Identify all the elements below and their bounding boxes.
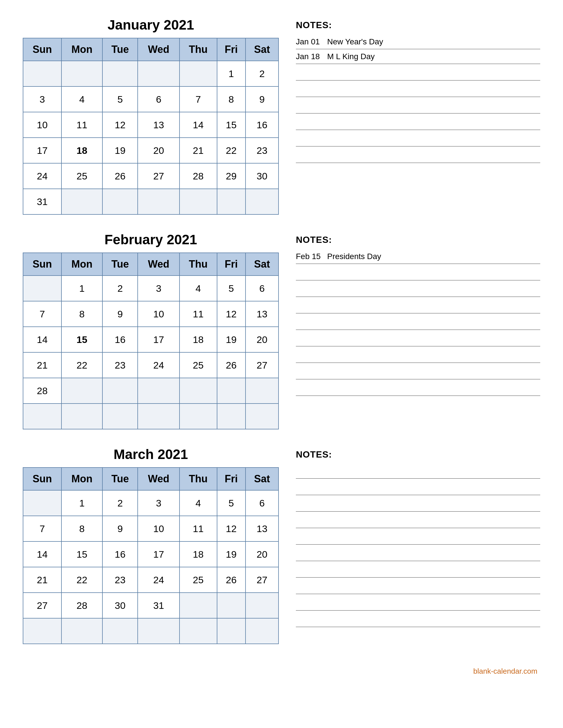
calendar-table-0: SunMonTueWedThuFriSat1234567891011121314… — [23, 38, 279, 215]
day-cell-1-1-3: 10 — [138, 301, 179, 327]
day-cell-2-3-5: 26 — [217, 567, 245, 593]
notes-entry-date-0-1: Jan 18 — [296, 52, 327, 61]
day-cell-1-0-6: 6 — [245, 276, 278, 301]
col-header-Thu: Thu — [179, 468, 217, 490]
day-cell-2-3-6: 27 — [245, 567, 278, 593]
notes-entry-text-0-0: New Year's Day — [327, 37, 383, 46]
month-title-1: February 2021 — [23, 232, 279, 247]
day-cell-0-1-4: 7 — [179, 86, 217, 112]
day-cell-0-3-2: 19 — [102, 138, 138, 163]
notes-entry-1-0: Feb 15Presidents Day — [296, 249, 540, 264]
week-row-2-1: 78910111213 — [23, 516, 278, 541]
day-cell-0-5-3 — [138, 189, 179, 214]
calendar-block-0: January 2021SunMonTueWedThuFriSat1234567… — [23, 17, 279, 215]
day-cell-1-1-6: 13 — [245, 301, 278, 327]
month-title-2: March 2021 — [23, 446, 279, 462]
calendar-table-1: SunMonTueWedThuFriSat1234567891011121314… — [23, 253, 279, 429]
day-cell-1-1-1: 8 — [61, 301, 102, 327]
col-header-Mon: Mon — [61, 253, 102, 276]
day-cell-2-0-2: 2 — [102, 490, 138, 516]
notes-blank-2-2 — [296, 497, 540, 512]
col-header-Thu: Thu — [179, 38, 217, 61]
day-cell-0-3-0: 17 — [23, 138, 61, 163]
day-cell-0-4-0: 24 — [23, 163, 61, 189]
day-cell-1-5-5 — [217, 404, 245, 429]
col-header-Sun: Sun — [23, 253, 61, 276]
notes-blank-0-5 — [296, 148, 540, 163]
notes-blank-0-0 — [296, 66, 540, 80]
day-cell-0-0-0 — [23, 61, 61, 86]
col-header-Sun: Sun — [23, 38, 61, 61]
day-cell-0-3-3: 20 — [138, 138, 179, 163]
notes-blank-0-2 — [296, 99, 540, 113]
month-section-0: January 2021SunMonTueWedThuFriSat1234567… — [23, 17, 540, 215]
day-cell-1-3-2: 23 — [102, 352, 138, 378]
notes-blank-2-1 — [296, 480, 540, 495]
day-cell-1-3-4: 25 — [179, 352, 217, 378]
day-cell-2-0-4: 4 — [179, 490, 217, 516]
day-cell-0-3-5: 22 — [217, 138, 245, 163]
day-cell-0-0-2 — [102, 61, 138, 86]
week-row-1-3: 21222324252627 — [23, 352, 278, 378]
notes-blank-2-8 — [296, 596, 540, 611]
notes-blank-2-5 — [296, 546, 540, 561]
calendar-block-1: February 2021SunMonTueWedThuFriSat123456… — [23, 232, 279, 429]
day-cell-0-0-4 — [179, 61, 217, 86]
day-cell-2-2-2: 16 — [102, 541, 138, 567]
day-cell-1-5-6 — [245, 404, 278, 429]
week-row-2-5 — [23, 618, 278, 644]
day-cell-2-1-3: 10 — [138, 516, 179, 541]
day-cell-0-2-4: 14 — [179, 112, 217, 138]
day-cell-2-2-1: 15 — [61, 541, 102, 567]
notes-blank-2-3 — [296, 513, 540, 528]
day-cell-1-4-4 — [179, 378, 217, 404]
day-cell-1-1-4: 11 — [179, 301, 217, 327]
day-cell-1-0-2: 2 — [102, 276, 138, 301]
day-cell-0-3-1: 18 — [61, 138, 102, 163]
col-header-Wed: Wed — [138, 253, 179, 276]
notes-entry-0-1: Jan 18M L King Day — [296, 49, 540, 64]
day-cell-1-0-4: 4 — [179, 276, 217, 301]
day-cell-2-3-3: 24 — [138, 567, 179, 593]
col-header-Thu: Thu — [179, 253, 217, 276]
day-cell-1-1-5: 12 — [217, 301, 245, 327]
day-cell-0-4-4: 28 — [179, 163, 217, 189]
col-header-Wed: Wed — [138, 468, 179, 490]
day-cell-0-0-5: 1 — [217, 61, 245, 86]
day-cell-2-2-4: 18 — [179, 541, 217, 567]
day-cell-2-5-1 — [61, 618, 102, 644]
day-cell-1-4-1 — [61, 378, 102, 404]
day-cell-1-0-0 — [23, 276, 61, 301]
notes-entry-text-1-0: Presidents Day — [327, 252, 381, 261]
day-cell-1-5-2 — [102, 404, 138, 429]
notes-blank-1-4 — [296, 332, 540, 346]
notes-blank-1-5 — [296, 348, 540, 363]
notes-block-0: NOTES:Jan 01New Year's DayJan 18M L King… — [296, 17, 540, 163]
week-row-1-0: 123456 — [23, 276, 278, 301]
notes-block-1: NOTES:Feb 15Presidents Day — [296, 232, 540, 396]
day-cell-0-3-4: 21 — [179, 138, 217, 163]
day-cell-2-5-0 — [23, 618, 61, 644]
day-cell-1-1-0: 7 — [23, 301, 61, 327]
day-cell-1-2-1: 15 — [61, 327, 102, 352]
day-cell-2-2-0: 14 — [23, 541, 61, 567]
day-cell-2-1-0: 7 — [23, 516, 61, 541]
day-cell-0-2-6: 16 — [245, 112, 278, 138]
day-cell-0-0-3 — [138, 61, 179, 86]
day-cell-2-5-4 — [179, 618, 217, 644]
col-header-Sat: Sat — [245, 38, 278, 61]
week-row-2-2: 14151617181920 — [23, 541, 278, 567]
day-cell-0-4-3: 27 — [138, 163, 179, 189]
day-cell-2-0-5: 5 — [217, 490, 245, 516]
notes-blank-1-6 — [296, 365, 540, 379]
day-cell-2-5-2 — [102, 618, 138, 644]
day-cell-1-1-2: 9 — [102, 301, 138, 327]
day-cell-1-3-6: 27 — [245, 352, 278, 378]
day-cell-0-5-6 — [245, 189, 278, 214]
day-cell-1-2-3: 17 — [138, 327, 179, 352]
day-cell-0-5-0: 31 — [23, 189, 61, 214]
day-cell-0-0-1 — [61, 61, 102, 86]
day-cell-0-2-1: 11 — [61, 112, 102, 138]
col-header-Fri: Fri — [217, 253, 245, 276]
day-cell-1-0-5: 5 — [217, 276, 245, 301]
